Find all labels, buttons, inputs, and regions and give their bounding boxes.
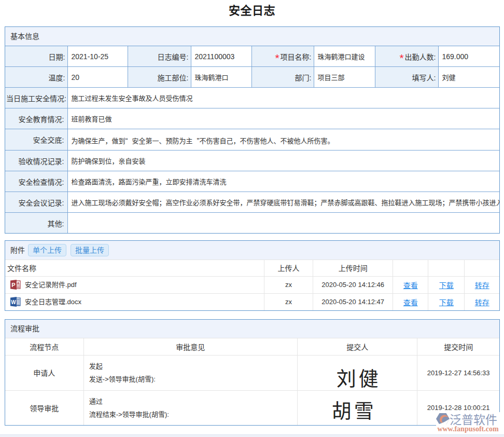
svg-text:W: W bbox=[11, 299, 16, 305]
svg-text:P: P bbox=[11, 282, 15, 288]
